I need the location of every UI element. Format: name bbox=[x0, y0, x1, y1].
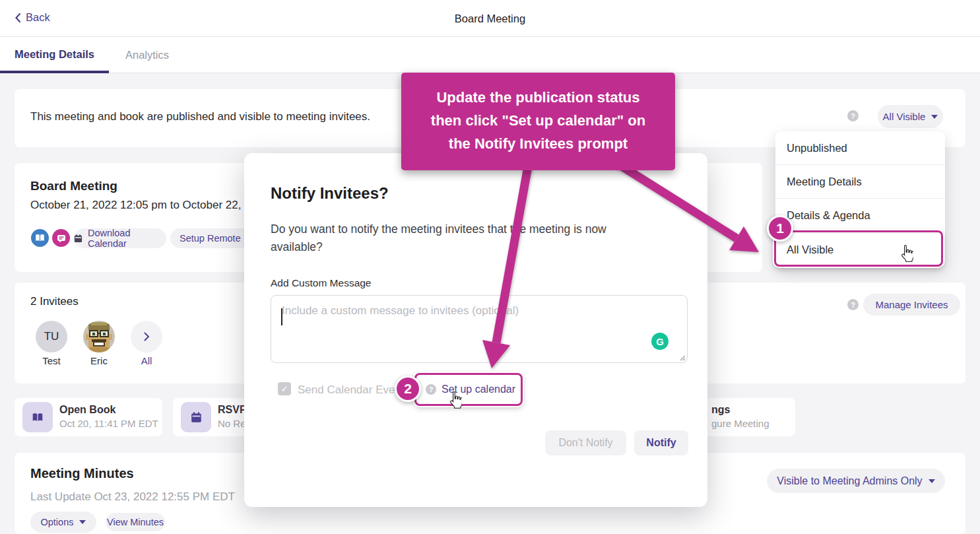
modal-title: Notify Invitees? bbox=[271, 184, 389, 203]
hand-cursor-icon bbox=[447, 391, 462, 409]
publish-banner-text: This meeting and book are published and … bbox=[30, 110, 370, 123]
setup-remote-label: Setup Remote bbox=[180, 233, 241, 244]
custom-message-label: Add Custom Message bbox=[271, 277, 372, 289]
caret-down-icon bbox=[79, 520, 86, 524]
custom-message-input[interactable] bbox=[271, 295, 688, 363]
download-calendar-label: Download Calendar bbox=[88, 228, 166, 249]
notify-label: Notify bbox=[646, 437, 676, 449]
meeting-title: Board Meeting bbox=[30, 179, 117, 193]
minutes-options-label: Options bbox=[41, 517, 74, 527]
help-icon[interactable]: ? bbox=[847, 110, 859, 121]
open-book-subtitle: Oct 20, 11:41 PM EDT bbox=[59, 418, 158, 429]
chevron-right-icon bbox=[144, 332, 150, 341]
setup-calendar-link[interactable]: ? Set up calendar bbox=[414, 373, 523, 406]
visibility-dropdown-button[interactable]: All Visible bbox=[878, 105, 943, 128]
avatar-initials: TU bbox=[44, 330, 59, 343]
calendar-icon bbox=[74, 234, 82, 243]
meeting-details-page: Back Board Meeting Meeting Details Analy… bbox=[0, 0, 980, 534]
page-title: Board Meeting bbox=[0, 13, 980, 25]
minutes-options-button[interactable]: Options bbox=[30, 512, 96, 533]
visibility-dropdown-label: All Visible bbox=[883, 111, 926, 122]
minutes-last-update: Last Update Oct 23, 2022 12:55 PM EDT bbox=[30, 490, 235, 504]
minutes-visibility-dropdown[interactable]: Visible to Meeting Admins Only bbox=[767, 469, 945, 493]
caret-down-icon bbox=[931, 115, 938, 119]
grammarly-icon[interactable]: G bbox=[651, 333, 669, 350]
menu-item-unpublished[interactable]: Unpublished bbox=[775, 131, 945, 165]
menu-item-meeting-details[interactable]: Meeting Details bbox=[775, 165, 945, 199]
all-visible-highlight-box bbox=[774, 230, 943, 267]
avatar-eric[interactable] bbox=[83, 321, 115, 352]
send-calendar-checkbox[interactable]: ✓ bbox=[278, 382, 291, 395]
step-2-number: 2 bbox=[404, 381, 412, 397]
meeting-datetime: October 21, 2022 12:05 pm to October 22, bbox=[30, 199, 241, 212]
annotation-callout: Update the publication status then click… bbox=[401, 73, 675, 170]
book-circle-icon[interactable] bbox=[31, 229, 49, 247]
open-book-title: Open Book bbox=[59, 404, 115, 416]
callout-line-2: then click "Set up calendar" on bbox=[401, 109, 675, 132]
minutes-title: Meeting Minutes bbox=[30, 466, 134, 481]
notify-invitees-modal: Notify Invitees? Do you want to notify t… bbox=[244, 153, 707, 507]
manage-invitees-label: Manage Invitees bbox=[875, 299, 948, 310]
avatar-eric-name: Eric bbox=[83, 355, 115, 366]
minutes-visibility-label: Visible to Meeting Admins Only bbox=[777, 475, 922, 487]
rsvp-calendar-icon bbox=[181, 402, 211, 432]
open-book-card[interactable]: Open Book Oct 20, 11:41 PM EDT bbox=[15, 398, 162, 436]
callout-line-1: Update the publication status bbox=[401, 86, 675, 109]
step-1-number: 1 bbox=[776, 220, 784, 236]
caret-down-icon bbox=[929, 479, 935, 483]
tab-analytics[interactable]: Analytics bbox=[125, 49, 169, 61]
avatar-all-label: All bbox=[131, 355, 162, 366]
tab-meeting-details[interactable]: Meeting Details bbox=[15, 48, 94, 61]
manage-invitees-button[interactable]: Manage Invitees bbox=[863, 294, 960, 316]
eric-pixel-avatar bbox=[83, 321, 115, 352]
top-bar: Back Board Meeting bbox=[0, 0, 980, 37]
tabs-bar: Meeting Details Analytics bbox=[0, 37, 980, 73]
callout-line-3: the Notify Invitees prompt bbox=[401, 132, 675, 155]
hand-cursor-icon bbox=[899, 244, 913, 262]
help-icon[interactable]: ? bbox=[847, 299, 859, 310]
active-tab-underline bbox=[0, 71, 109, 73]
help-icon: ? bbox=[426, 384, 436, 395]
settings-title-fragment: ngs bbox=[711, 404, 730, 416]
settings-subtitle-fragment: gure Meeting bbox=[711, 418, 769, 429]
chat-circle-icon[interactable] bbox=[52, 229, 70, 247]
menu-item-details-agenda[interactable]: Details & Agenda bbox=[775, 199, 945, 232]
dont-notify-button[interactable]: Don't Notify bbox=[545, 430, 626, 455]
text-cursor bbox=[281, 308, 282, 325]
step-2-badge: 2 bbox=[395, 376, 421, 402]
avatar-test-name: Test bbox=[36, 355, 67, 366]
open-book-icon bbox=[22, 402, 53, 432]
all-invitees-button[interactable] bbox=[131, 321, 162, 352]
dont-notify-label: Don't Notify bbox=[558, 437, 612, 449]
modal-body-text: Do you want to notify the meeting invite… bbox=[271, 220, 650, 256]
notify-button[interactable]: Notify bbox=[634, 430, 688, 455]
view-minutes-label: View Minutes bbox=[107, 517, 164, 527]
avatar-test[interactable]: TU bbox=[36, 321, 67, 352]
download-calendar-button[interactable]: Download Calendar bbox=[74, 228, 166, 248]
send-calendar-label: Send Calendar Event bbox=[298, 384, 405, 397]
resize-handle-icon[interactable] bbox=[680, 355, 686, 361]
view-minutes-button[interactable]: View Minutes bbox=[106, 513, 165, 531]
invitees-count: 2 Invitees bbox=[30, 295, 79, 308]
step-1-badge: 1 bbox=[767, 215, 793, 242]
